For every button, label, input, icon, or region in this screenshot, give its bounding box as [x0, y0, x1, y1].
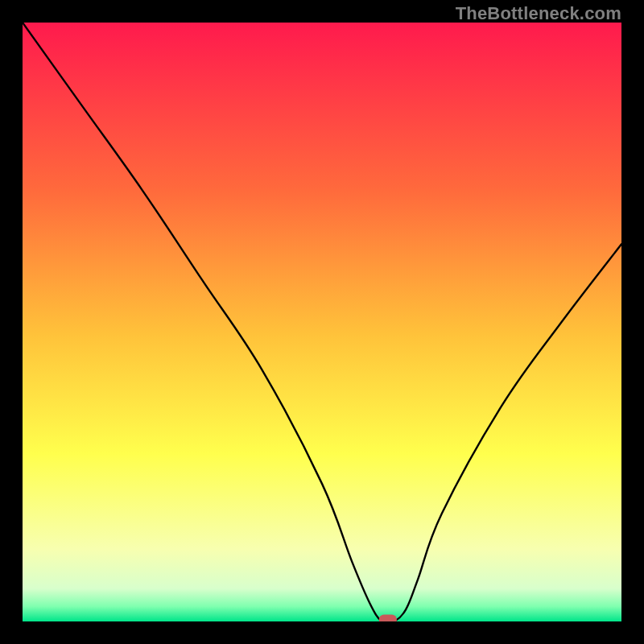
watermark-label: TheBottleneck.com — [456, 3, 621, 24]
plot-area — [23, 23, 621, 621]
background-gradient — [23, 23, 621, 621]
chart-svg — [23, 23, 621, 621]
chart-frame: TheBottleneck.com — [0, 0, 644, 644]
optimal-marker — [379, 615, 397, 622]
